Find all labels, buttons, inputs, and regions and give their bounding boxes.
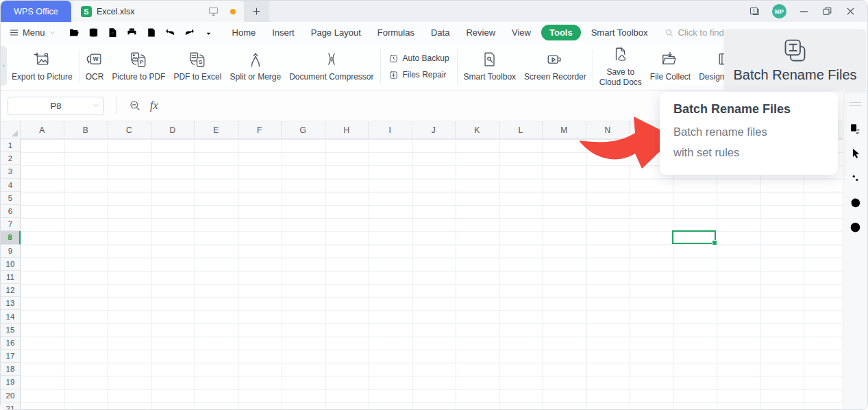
- export-pdf-icon[interactable]: P: [107, 27, 119, 38]
- row-header-21[interactable]: 21: [1, 402, 21, 409]
- collapse-panel-handle[interactable]: ‹: [1, 46, 7, 86]
- row-header-5[interactable]: 5: [1, 192, 21, 205]
- window-controls: 1 MP: [749, 1, 867, 22]
- tab-page-layout[interactable]: Page Layout: [303, 25, 369, 40]
- print-preview-icon[interactable]: [145, 27, 157, 38]
- formula-bar-separator: [116, 97, 117, 114]
- row-header-6[interactable]: 6: [1, 205, 21, 218]
- column-header-J[interactable]: J: [412, 121, 456, 139]
- column-header-C[interactable]: C: [108, 121, 151, 139]
- wps-home-tab[interactable]: WPS Office: [1, 1, 71, 22]
- row-header-4[interactable]: 4: [1, 179, 21, 192]
- customize-toolbar-icon[interactable]: [203, 27, 214, 38]
- ribbon-item-document-compressor[interactable]: Document Compressor: [285, 43, 377, 90]
- ribbon-item-split-or-merge[interactable]: Split or Merge: [225, 43, 285, 90]
- tab-review[interactable]: Review: [458, 25, 504, 40]
- ribbon-item-files-repair[interactable]: Files Repair: [388, 70, 449, 80]
- ribbon-item-label: OCR: [86, 72, 104, 82]
- row-header-18[interactable]: 18: [1, 363, 21, 376]
- arrange-windows-icon[interactable]: [849, 122, 862, 135]
- sidebar-drag-handle[interactable]: [850, 102, 861, 106]
- tab-smart-toolbox[interactable]: Smart Toolbox: [583, 25, 656, 40]
- cell-name-box[interactable]: P8: [8, 97, 104, 115]
- cells-area[interactable]: [21, 139, 843, 409]
- avatar[interactable]: MP: [772, 4, 786, 19]
- ribbon-item-file-collect[interactable]: File Collect: [646, 43, 695, 90]
- column-header-I[interactable]: I: [369, 121, 412, 139]
- row-header-16[interactable]: 16: [1, 337, 21, 350]
- cursor-select-icon[interactable]: [849, 147, 862, 160]
- document-tab[interactable]: S Excel.xlsx: [71, 1, 244, 22]
- auto-backup-icon: [388, 53, 399, 64]
- column-header-A[interactable]: A: [21, 121, 64, 139]
- ribbon-item-auto-backup[interactable]: Auto Backup: [388, 53, 449, 64]
- row-header-2[interactable]: 2: [1, 152, 21, 165]
- picture-to-pdf-icon: P: [129, 51, 147, 69]
- column-header-G[interactable]: G: [282, 121, 325, 139]
- column-header-B[interactable]: B: [64, 121, 108, 139]
- close-icon[interactable]: [845, 5, 856, 17]
- ribbon-item-screen-recorder[interactable]: Screen Recorder: [520, 43, 591, 90]
- row-header-3[interactable]: 3: [1, 165, 21, 178]
- column-header-E[interactable]: E: [195, 121, 238, 139]
- column-header-F[interactable]: F: [238, 121, 282, 139]
- row-header-17[interactable]: 17: [1, 350, 21, 363]
- row-header-14[interactable]: 14: [1, 310, 21, 323]
- row-header-8[interactable]: 8: [1, 231, 21, 244]
- row-header-13[interactable]: 13: [1, 297, 21, 310]
- batch-rename-files-button[interactable]: Batch Rename Files: [724, 29, 866, 91]
- column-header-D[interactable]: D: [151, 121, 195, 139]
- tab-view[interactable]: View: [504, 25, 539, 40]
- ribbon-item-pdf-to-excel[interactable]: SPDF to Excel: [169, 43, 225, 90]
- restore-icon[interactable]: [821, 5, 833, 17]
- files-repair-icon: [388, 70, 399, 80]
- ribbon-group-separator: [457, 49, 458, 84]
- adjust-settings-icon[interactable]: [849, 171, 862, 184]
- undo-icon[interactable]: [164, 27, 176, 38]
- document-compressor-icon: [323, 51, 340, 69]
- ribbon-item-label: Smart Toolbox: [464, 72, 516, 82]
- redo-icon[interactable]: [184, 27, 195, 38]
- fx-button[interactable]: fx: [150, 99, 158, 112]
- batch-rename-icon: [781, 37, 809, 65]
- ribbon-item-ocr[interactable]: WOCR: [82, 43, 108, 90]
- ribbon-item-label: Export to Picture: [12, 72, 73, 82]
- row-header-7[interactable]: 7: [1, 218, 21, 231]
- column-header-L[interactable]: L: [499, 121, 543, 139]
- menu-button[interactable]: Menu: [9, 27, 56, 38]
- row-header-19[interactable]: 19: [1, 376, 21, 389]
- column-header-H[interactable]: H: [325, 121, 369, 139]
- ribbon-item-picture-to-pdf[interactable]: PPicture to PDF: [108, 43, 169, 90]
- tab-insert[interactable]: Insert: [264, 25, 303, 40]
- select-all-corner[interactable]: [1, 121, 21, 139]
- new-tab-button[interactable]: [244, 1, 269, 22]
- ribbon-item-smart-toolbox[interactable]: Smart Toolbox: [460, 43, 520, 90]
- cast-screen-icon[interactable]: [208, 5, 219, 17]
- menu-tabs: HomeInsertPage LayoutFormulasDataReviewV…: [224, 25, 656, 40]
- tab-tools[interactable]: Tools: [541, 25, 581, 40]
- ribbon-item-save-to-cloud-docs[interactable]: Save to Cloud Docs: [595, 43, 646, 90]
- minimize-icon[interactable]: [798, 5, 810, 17]
- open-file-icon[interactable]: [69, 27, 80, 38]
- row-header-11[interactable]: 11: [1, 271, 21, 284]
- selected-cell-outline[interactable]: [672, 230, 716, 244]
- row-header-1[interactable]: 1: [1, 139, 21, 152]
- tab-formulas[interactable]: Formulas: [369, 25, 423, 40]
- print-icon[interactable]: [126, 27, 138, 38]
- row-header-10[interactable]: 10: [1, 258, 21, 271]
- column-header-K[interactable]: K: [456, 121, 499, 139]
- row-header-9[interactable]: 9: [1, 245, 21, 258]
- ribbon-group-separator: [380, 49, 381, 84]
- row-header-15[interactable]: 15: [1, 324, 21, 337]
- window-manage-icon[interactable]: 1: [749, 5, 760, 17]
- help-icon[interactable]: [849, 221, 862, 234]
- tab-home[interactable]: Home: [224, 25, 264, 40]
- ribbon-item-export-to-picture[interactable]: Export to Picture: [8, 43, 77, 90]
- tab-data[interactable]: Data: [423, 25, 458, 40]
- row-header-20[interactable]: 20: [1, 389, 21, 402]
- history-icon[interactable]: [849, 196, 862, 209]
- save-icon[interactable]: [88, 27, 99, 38]
- name-box-dropdown-icon[interactable]: [92, 102, 99, 109]
- row-header-12[interactable]: 12: [1, 284, 21, 297]
- zoom-out-icon[interactable]: [129, 99, 141, 112]
